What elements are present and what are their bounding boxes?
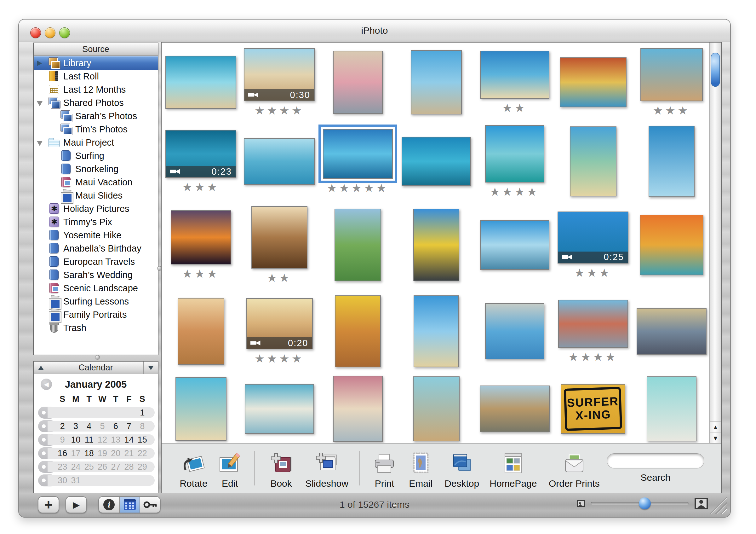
photo-thumbnail-splash-silhouettes[interactable] xyxy=(251,206,308,268)
sidebar-item-scenic-landscape[interactable]: Scenic Landscape xyxy=(34,282,158,295)
calendar-day[interactable]: 19 xyxy=(96,449,109,458)
photo-thumbnail-surfboard-balance[interactable] xyxy=(414,295,459,367)
photo-thumbnail-beach-crowd[interactable] xyxy=(558,300,628,348)
calendar-day[interactable]: 30 xyxy=(56,476,69,486)
calendar-day[interactable]: 12 xyxy=(96,435,109,445)
homepage-button[interactable]: HomePage xyxy=(485,447,542,489)
previous-month-button[interactable]: ◀ xyxy=(40,379,52,390)
photo-thumbnail-sunset-runners[interactable]: 0:20 xyxy=(246,298,313,349)
calendar-day[interactable]: 21 xyxy=(122,449,135,458)
photo-thumbnail-piggyback-couple[interactable] xyxy=(178,298,224,365)
scroll-up-arrow[interactable]: ▲ xyxy=(710,422,721,433)
photo-thumbnail-surfer-crossing-sign[interactable]: SURFERX-ING xyxy=(561,384,625,434)
photo-thumbnail-hula-dancers[interactable] xyxy=(335,209,381,281)
calendar-day[interactable]: 13 xyxy=(109,435,122,445)
photo-thumbnail-kneeling-beach-girl[interactable] xyxy=(176,377,227,441)
rotate-button[interactable]: Rotate xyxy=(176,447,212,489)
photo-thumbnail-ocean-sunset[interactable] xyxy=(171,210,231,265)
calendar-day[interactable]: 6 xyxy=(109,421,122,431)
sidebar-item-trash[interactable]: Trash xyxy=(34,321,158,334)
photo-thumbnail-van-rooftop-group[interactable] xyxy=(636,308,707,355)
title-bar[interactable]: iPhoto xyxy=(19,19,730,42)
photo-thumbnail-palm-tree-sitters[interactable] xyxy=(570,126,616,196)
calendar-day[interactable]: 15 xyxy=(136,435,149,445)
photo-thumbnail-surf-van-group[interactable] xyxy=(480,385,550,432)
calendar-day[interactable]: 26 xyxy=(96,462,109,472)
scroll-down-arrow[interactable]: ▼ xyxy=(710,433,721,444)
sidebar-item-shared-photos[interactable]: Shared Photos xyxy=(34,96,158,109)
photo-thumbnail-bandana-girl[interactable] xyxy=(413,377,460,441)
photo-thumbnail-beach-swimmers[interactable] xyxy=(165,56,236,109)
calendar-day[interactable]: 3 xyxy=(69,421,82,431)
photo-thumbnail-couple-portrait[interactable] xyxy=(333,51,383,114)
photo-thumbnail-blue-shirt-smile[interactable] xyxy=(485,303,544,359)
vertical-scrollbar[interactable]: ▲ ▼ xyxy=(709,42,721,444)
sidebar-item-family-portraits[interactable]: Family Portraits xyxy=(34,308,158,321)
calendar-day[interactable]: 27 xyxy=(109,462,122,472)
calendar-day[interactable]: 18 xyxy=(83,449,96,458)
calendar-day[interactable]: 10 xyxy=(69,435,82,445)
calendar-day[interactable]: 31 xyxy=(69,476,82,486)
order-prints-button[interactable]: Order Prints xyxy=(542,447,607,489)
sidebar-item-anabella-s-birthday[interactable]: Anabella’s Birthday xyxy=(34,242,158,255)
photo-thumbnail-surfer-portrait[interactable] xyxy=(640,48,703,101)
photo-thumbnail-beach-handstands[interactable] xyxy=(480,51,549,99)
sidebar-item-holiday-pictures[interactable]: Holiday Pictures xyxy=(34,202,158,215)
photo-thumbnail-flower-bouquet-laugh[interactable] xyxy=(640,215,703,275)
calendar-day[interactable]: 22 xyxy=(136,449,149,458)
sidebar-item-surfing[interactable]: Surfing xyxy=(34,149,158,162)
search-input[interactable] xyxy=(607,453,704,468)
sidebar-item-maui-vacation[interactable]: Maui Vacation xyxy=(34,176,158,189)
book-button[interactable]: Book xyxy=(261,447,301,489)
photo-thumbnail-yellow-shirt-guy[interactable] xyxy=(413,209,459,281)
sidebar-item-surfing-lessons[interactable]: Surfing Lessons xyxy=(34,295,158,308)
photo-thumbnail-snorkel-couple[interactable] xyxy=(402,137,471,186)
sidebar-item-european-travels[interactable]: European Travels xyxy=(34,255,158,268)
photo-thumbnail-strolling-couple[interactable] xyxy=(333,376,383,442)
edit-button[interactable]: Edit xyxy=(212,447,248,489)
sidebar-item-sarah-s-photos[interactable]: Sarah’s Photos xyxy=(34,109,158,123)
sidebar-item-last-roll[interactable]: Last Roll xyxy=(34,70,158,83)
calendar-day[interactable]: 2 xyxy=(56,421,69,431)
photo-thumbnail-beach-leap[interactable]: 0:25 xyxy=(557,211,629,264)
sidebar-item-maui-slides[interactable]: Maui Slides xyxy=(34,189,158,202)
sidebar-item-tim-s-photos[interactable]: Tim’s Photos xyxy=(34,123,158,136)
panel-splitter-dimple[interactable] xyxy=(95,355,100,360)
calendar-expand-button[interactable] xyxy=(143,362,158,374)
sidebar-item-snorkeling[interactable]: Snorkeling xyxy=(34,162,158,176)
calendar-day[interactable]: 25 xyxy=(83,462,96,472)
photo-thumbnail-red-bikini-okay[interactable] xyxy=(647,377,696,441)
print-button[interactable]: Print xyxy=(366,447,403,489)
disclosure-triangle-icon[interactable] xyxy=(37,141,42,146)
sidebar-item-sarah-s-wedding[interactable]: Sarah’s Wedding xyxy=(34,268,158,282)
slideshow-button[interactable]: Slideshow xyxy=(301,447,353,489)
photo-thumbnail-shave-ice-girl[interactable] xyxy=(335,295,381,367)
photo-thumbnail-hand-in-wave[interactable]: 0:23 xyxy=(165,130,236,178)
photo-thumbnail-palm-canopy[interactable] xyxy=(649,126,694,197)
calendar-day[interactable]: 5 xyxy=(96,421,109,431)
calendar-collapse-button[interactable] xyxy=(34,362,48,374)
calendar-day[interactable]: 4 xyxy=(83,421,96,431)
email-button[interactable]: Email xyxy=(403,447,439,489)
photo-thumbnail-paddling-couple[interactable] xyxy=(323,129,393,179)
photo-thumbnail-woman-with-camera[interactable] xyxy=(411,50,462,114)
calendar-day[interactable]: 17 xyxy=(69,449,82,458)
sidebar-item-yosemite-hike[interactable]: Yosemite Hike xyxy=(34,229,158,242)
calendar-day[interactable]: 20 xyxy=(109,449,122,458)
calendar-day[interactable]: 23 xyxy=(56,462,69,472)
photo-thumbnail-surfboard-lineup[interactable] xyxy=(560,57,627,107)
calendar-day[interactable]: 28 xyxy=(122,462,135,472)
photo-thumbnail-tandem-surfers[interactable] xyxy=(244,138,315,185)
disclosure-triangle-icon[interactable] xyxy=(37,101,42,106)
sidebar-item-timmy-s-pix[interactable]: Timmy’s Pix xyxy=(34,215,158,229)
zoom-slider-track[interactable] xyxy=(591,502,688,505)
photo-thumbnail-snorkel-kids[interactable] xyxy=(485,125,544,183)
disclosure-triangle-icon[interactable] xyxy=(37,61,42,66)
calendar-day[interactable]: 8 xyxy=(136,421,149,431)
sidebar-item-maui-project[interactable]: Maui Project xyxy=(34,136,158,149)
calendar-day[interactable]: 16 xyxy=(56,449,69,458)
photo-thumbnail-cliff-jumpers[interactable] xyxy=(480,220,549,270)
zoom-slider-thumb[interactable] xyxy=(639,497,651,509)
calendar-day[interactable]: 1 xyxy=(136,408,149,418)
photo-thumbnail-beach-bike-riders[interactable]: 0:30 xyxy=(244,48,315,101)
